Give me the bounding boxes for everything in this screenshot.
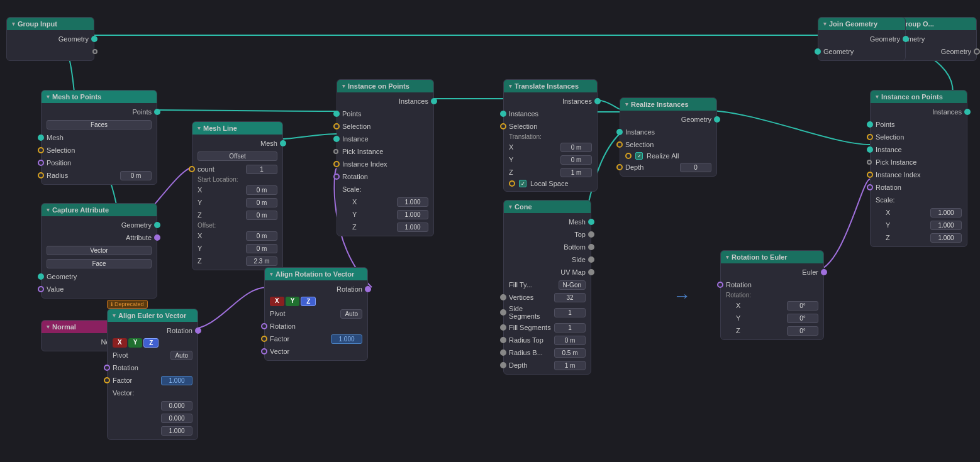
cone-header[interactable]: ▾ Cone [504,201,591,213]
cone-fill-seg-socket[interactable] [500,324,506,331]
rte-y-value[interactable]: 0° [787,314,818,323]
ca-header[interactable]: ▾ Capture Attribute [42,204,157,216]
mtp-points-socket[interactable] [154,109,160,115]
iop-scale-y-val[interactable]: 1.000 [397,210,428,219]
ca-geo-out-socket[interactable] [154,222,160,228]
geometry-out-socket[interactable] [91,36,97,42]
ml-start-y-value[interactable]: 0 m [246,198,277,207]
jg-geo-out-socket[interactable] [903,36,909,42]
cone-rtop-value[interactable]: 0 m [554,336,586,345]
aetv-factor-socket[interactable] [104,377,110,383]
ti-instances-out-socket[interactable] [594,98,601,104]
iop2-points-socket[interactable] [867,121,873,128]
iop2-instance-socket[interactable] [867,146,873,153]
aetv-factor-value[interactable]: 1.000 [161,376,192,385]
aetv-vec-z-value[interactable]: 1.000 [161,426,192,436]
ml-start-z-value[interactable]: 0 m [246,211,277,220]
cone-depth-value[interactable]: 1 m [554,361,586,370]
rte-z-value[interactable]: 0° [787,326,818,336]
ml-header[interactable]: ▾ Mesh Line [192,122,282,135]
aetv-x-btn[interactable]: X [113,338,127,348]
iop-instances-out-socket[interactable] [431,98,437,104]
aetv-header[interactable]: ▾ Align Euler to Vector [108,309,198,322]
ca-attr-out-socket[interactable] [154,234,160,241]
cone-mesh-out-socket[interactable] [588,219,594,225]
rte-euler-out-socket[interactable] [821,269,827,275]
ml-off-y-value[interactable]: 0 m [246,244,277,253]
iop-scale-x-val[interactable]: 1.000 [397,197,428,207]
mtp-mesh-socket[interactable] [38,135,44,141]
ri-instances-in-socket[interactable] [616,129,623,135]
ml-mesh-out-socket[interactable] [280,140,286,146]
iop-points-socket[interactable] [333,111,340,117]
mtp-radius-socket[interactable] [38,172,44,179]
cone-top-out-socket[interactable] [588,231,594,238]
rte-rot-in-socket[interactable] [717,282,723,288]
ri-sel-socket[interactable] [616,141,623,148]
group-input-header[interactable]: ▾ Group Input [7,18,94,30]
iop-instance-socket[interactable] [333,136,340,142]
ti-header[interactable]: ▾ Translate Instances [504,80,597,92]
aetv-rot-out-socket[interactable] [195,327,201,334]
iop-sel-socket[interactable] [333,123,340,129]
cone-uv-out-socket[interactable] [588,269,594,275]
aetv-rot-in-socket[interactable] [104,365,110,371]
mtp-header[interactable]: ▾ Mesh to Points [42,91,157,103]
cone-depth-socket[interactable] [500,362,506,368]
iop-header[interactable]: ▾ Instance on Points [337,80,433,92]
rte-x-value[interactable]: 0° [787,301,818,311]
ml-off-z-value[interactable]: 2.3 m [246,256,277,266]
ri-depth-socket[interactable] [616,164,623,170]
join-geometry-header[interactable]: ▾ Join Geometry [818,18,905,30]
artv-factor-value[interactable]: 1.000 [331,334,362,344]
ml-start-x-value[interactable]: 0 m [246,185,277,195]
iop-rot-socket[interactable] [333,173,340,180]
ml-count-value[interactable]: 1 [246,165,277,174]
iop-idx-socket[interactable] [333,161,340,167]
aetv-vec-y-value[interactable]: 0.000 [161,414,192,423]
iop2-scale-x-val[interactable]: 1.000 [930,208,962,217]
ti-y-value[interactable]: 0 m [560,155,592,165]
iop2-instances-out-socket[interactable] [964,109,971,115]
ml-off-x-value[interactable]: 0 m [246,231,277,241]
artv-z-btn[interactable]: Z [301,297,316,306]
iop2-scale-z-val[interactable]: 1.000 [930,233,962,243]
iop2-header[interactable]: ▾ Instance on Points [871,91,967,103]
iop2-pick-socket[interactable] [867,160,872,165]
artv-factor-socket[interactable] [261,336,267,342]
ri-header[interactable]: ▾ Realize Instances [620,98,716,111]
ca-value-socket[interactable] [38,286,44,292]
iop2-rot-socket[interactable] [867,184,873,190]
aetv-z-btn[interactable]: Z [143,338,159,348]
cone-side-out-socket[interactable] [588,256,594,263]
cone-vert-socket[interactable] [500,294,506,300]
ca-face-dropdown-el[interactable]: Face [47,259,152,268]
cone-side-seg-value[interactable]: 1 [554,308,586,317]
artv-x-btn[interactable]: X [270,297,284,306]
ri-realize-checkbox[interactable]: ✓ [635,152,643,160]
cone-fill-dropdown[interactable]: N-Gon [559,280,586,290]
aetv-y-btn[interactable]: Y [128,338,143,348]
ti-sel-socket[interactable] [500,123,506,129]
ti-instances-in-socket[interactable] [500,111,506,117]
iop-pick-socket[interactable] [333,149,338,154]
artv-pivot-dropdown[interactable]: Auto [340,309,362,319]
artv-header[interactable]: ▾ Align Rotation to Vector [265,268,367,280]
mtp-radius-value[interactable]: 0 m [120,171,152,180]
ml-offset-dropdown[interactable]: Offset [198,151,277,161]
cone-fill-seg-value[interactable]: 1 [554,323,586,333]
artv-vec-socket[interactable] [261,348,267,355]
ti-x-value[interactable]: 0 m [560,143,592,152]
artv-rot-out-socket[interactable] [365,286,371,292]
iop-scale-z-val[interactable]: 1.000 [397,223,428,232]
ca-vec-dropdown-el[interactable]: Vector [47,246,152,255]
iop2-scale-y-val[interactable]: 1.000 [930,221,962,230]
jg-geo-in-socket[interactable] [815,48,821,55]
cone-rbot-socket[interactable] [500,349,506,356]
mtp-sel-socket[interactable] [38,147,44,153]
mtp-pos-socket[interactable] [38,160,44,166]
iop2-sel-socket[interactable] [867,134,873,140]
ri-realize-socket[interactable] [625,153,632,159]
cone-bottom-out-socket[interactable] [588,244,594,250]
mtp-faces-dropdown[interactable]: Faces [47,120,152,129]
